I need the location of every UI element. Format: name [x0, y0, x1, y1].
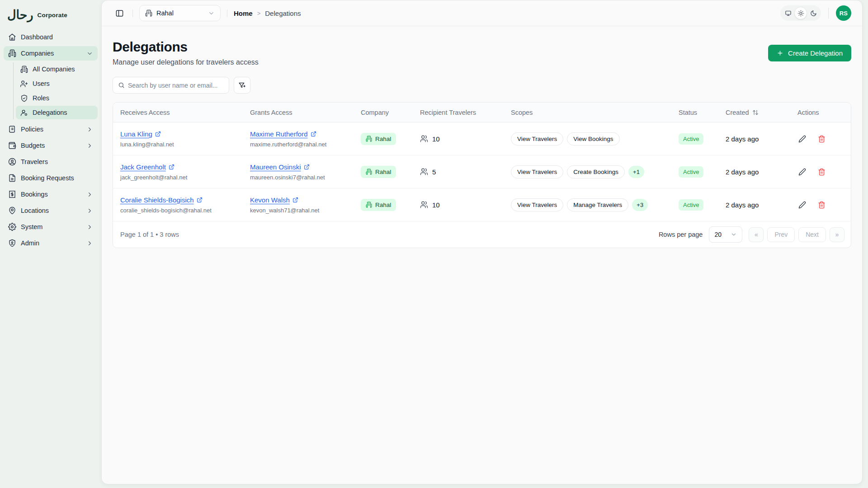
created-cell: 2 days ago — [718, 135, 790, 143]
column-header-grants-access: Grants Access — [243, 109, 354, 116]
sidebar-item-booking-requests[interactable]: Booking Requests — [4, 171, 98, 185]
scope-pill: View Travelers — [511, 165, 563, 178]
chevron-right-icon — [86, 191, 93, 198]
actions-cell — [790, 167, 851, 177]
sidebar-item-label: Booking Requests — [21, 174, 74, 182]
sidebar-item-users[interactable]: Users — [16, 77, 98, 90]
chevron-down-icon — [731, 231, 737, 238]
external-link-icon — [169, 164, 175, 170]
receives-access-cell: Luna Kling luna.kling@rahal.net — [113, 130, 243, 148]
edit-button[interactable] — [797, 200, 807, 210]
theme-light-button[interactable] — [794, 7, 807, 19]
user-link[interactable]: Jack Greenholt — [120, 163, 166, 171]
receipt-icon — [8, 190, 16, 198]
edit-button[interactable] — [797, 134, 807, 144]
pagination-buttons: « Prev Next » — [749, 227, 844, 242]
user-link[interactable]: Coralie Shields-Bogisich — [120, 196, 194, 204]
external-link-icon — [304, 164, 310, 170]
created-cell: 2 days ago — [718, 168, 790, 176]
page-subtitle: Manage user delegations for travelers ac… — [113, 58, 259, 66]
pencil-icon — [798, 135, 806, 143]
sidebar-item-dashboard[interactable]: Dashboard — [4, 30, 98, 44]
sidebar-item-budgets[interactable]: Budgets — [4, 138, 98, 153]
user-link[interactable]: Luna Kling — [120, 130, 152, 138]
breadcrumb-home[interactable]: Home — [234, 9, 253, 17]
company-selector[interactable]: Rahal — [139, 5, 221, 21]
home-icon — [8, 33, 16, 41]
sidebar-item-label: Dashboard — [21, 33, 53, 41]
user-email: jack_greenholt@rahal.net — [120, 174, 243, 181]
column-header-actions: Actions — [790, 109, 851, 116]
theme-system-button[interactable] — [782, 7, 794, 19]
map-pin-icon — [8, 206, 16, 215]
building-icon — [366, 202, 372, 208]
table-row: Coralie Shields-Bogisich coralie_shields… — [113, 188, 851, 221]
next-page-button[interactable]: Next — [798, 227, 826, 242]
column-header-created[interactable]: Created — [718, 109, 790, 116]
user-avatar[interactable]: RS — [836, 5, 851, 21]
gear-icon — [8, 223, 16, 231]
status-cell: Active — [671, 133, 718, 145]
page-title: Delegations — [113, 39, 259, 55]
wallet-icon — [8, 141, 16, 150]
user-link[interactable]: Maureen Osinski — [250, 163, 301, 171]
sidebar-item-label: Roles — [33, 94, 49, 102]
delete-button[interactable] — [817, 167, 826, 177]
sidebar-item-roles[interactable]: Roles — [16, 91, 98, 105]
user-email: luna.kling@rahal.net — [120, 141, 243, 148]
sidebar-item-label: Delegations — [33, 109, 67, 116]
external-link-icon — [311, 131, 316, 137]
building-icon — [366, 136, 372, 142]
sidebar-item-locations[interactable]: Locations — [4, 203, 98, 218]
sidebar-item-bookings[interactable]: Bookings — [4, 187, 98, 202]
user-email: maxime.rutherford@rahal.net — [250, 141, 354, 148]
search-input[interactable] — [128, 82, 224, 89]
filter-button[interactable] — [234, 77, 250, 94]
last-page-button[interactable]: » — [830, 227, 844, 242]
search-icon — [118, 82, 125, 89]
scope-pill: Manage Travelers — [567, 198, 628, 211]
first-page-button[interactable]: « — [749, 227, 764, 242]
user-link[interactable]: Kevon Walsh — [250, 196, 290, 204]
sidebar-item-system[interactable]: System — [4, 220, 98, 234]
scope-pill: Create Bookings — [567, 165, 625, 178]
column-header-status: Status — [671, 109, 718, 116]
external-link-icon — [292, 197, 298, 203]
status-badge: Active — [679, 133, 703, 145]
receives-access-cell: Jack Greenholt jack_greenholt@rahal.net — [113, 163, 243, 181]
theme-dark-button[interactable] — [807, 7, 820, 19]
topbar: Rahal Home > Delegations RS — [102, 0, 862, 26]
sidebar-item-all-companies[interactable]: All Companies — [16, 62, 98, 76]
prev-page-button[interactable]: Prev — [767, 227, 795, 242]
scopes-cell: View Travelers Manage Travelers +3 — [504, 198, 671, 211]
topbar-right: RS — [780, 5, 851, 21]
scopes-cell: View Travelers View Bookings — [504, 132, 671, 145]
user-link[interactable]: Maxime Rutherford — [250, 130, 308, 138]
sidebar-item-label: Admin — [21, 239, 39, 247]
company-cell: Rahal — [354, 166, 413, 178]
sidebar-item-policies[interactable]: Policies — [4, 122, 98, 136]
breadcrumb-separator: > — [257, 10, 261, 17]
external-link-icon — [197, 197, 203, 203]
sidebar-toggle-button[interactable] — [113, 6, 126, 20]
sidebar-item-travelers[interactable]: Travelers — [4, 155, 98, 169]
rows-per-page-select[interactable]: 20 — [709, 226, 742, 243]
create-delegation-button[interactable]: Create Delegation — [768, 45, 851, 61]
delete-button[interactable] — [817, 200, 826, 210]
delete-button[interactable] — [817, 134, 826, 144]
sidebar-item-label: Users — [33, 80, 50, 87]
company-badge: Rahal — [361, 166, 396, 178]
chevron-right-icon — [86, 207, 93, 214]
sidebar-item-admin[interactable]: Admin — [4, 236, 98, 250]
column-header-receives-access: Receives Access — [113, 109, 243, 116]
pencil-icon — [798, 168, 806, 176]
sidebar-item-delegations[interactable]: Delegations — [16, 106, 98, 119]
grants-access-cell: Maxime Rutherford maxime.rutherford@raha… — [243, 130, 354, 148]
table-row: Luna Kling luna.kling@rahal.net Maxime R… — [113, 122, 851, 155]
edit-button[interactable] — [797, 167, 807, 177]
chevron-down-icon — [86, 50, 93, 57]
users-icon — [420, 201, 428, 209]
sidebar-item-companies[interactable]: Companies — [4, 46, 98, 61]
users-icon — [420, 168, 428, 176]
sun-icon — [797, 10, 804, 17]
